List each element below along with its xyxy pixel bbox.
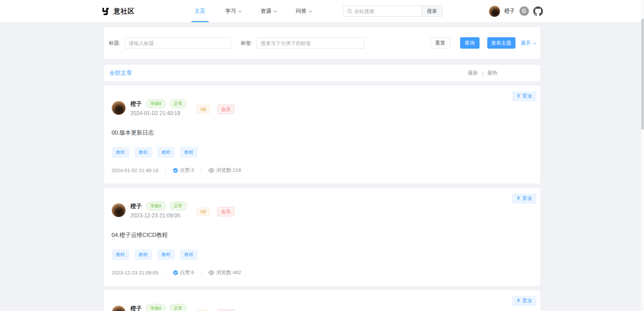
nav-item-resources[interactable]: 资源	[256, 0, 281, 22]
query-button[interactable]: 查询	[460, 37, 480, 49]
likes-count: 点赞:6	[180, 269, 194, 276]
pin-button[interactable]: 置顶	[512, 91, 536, 101]
arrow-up-to-top-icon	[516, 299, 521, 303]
search-button[interactable]: 搜索	[422, 6, 442, 16]
search-input[interactable]	[354, 6, 422, 16]
vip-badge: V8	[197, 105, 210, 114]
title-filter-input[interactable]	[125, 37, 231, 49]
vip-badge: V8	[197, 310, 210, 311]
post-tag[interactable]: 教程	[180, 147, 198, 158]
author-name[interactable]: 橙子	[131, 305, 142, 311]
post-author-row: 橙子 等级8 正常 2024-01-02 21:40:19 V8 会员	[112, 99, 533, 116]
pin-label: 置顶	[523, 93, 532, 99]
vip-badge: V8	[197, 207, 210, 216]
brand[interactable]: 意社区	[101, 7, 135, 16]
vip-badges: V8 会员	[197, 207, 234, 216]
author-avatar[interactable]	[112, 203, 126, 217]
post-author-row: 橙子 等级8 正常 2023-12-23 21:09:05 V8 会员	[112, 202, 533, 219]
scrollbar[interactable]	[641, 0, 644, 311]
member-badge: 会员	[217, 309, 234, 311]
filter-tag-group: 标签:	[241, 37, 364, 49]
github-icon[interactable]	[533, 6, 543, 16]
post-tag[interactable]: 教程	[135, 147, 152, 158]
post-footer-date: 2024-01-02 21:40:19	[112, 167, 158, 173]
user-name[interactable]: 橙子	[504, 8, 515, 15]
gitee-icon[interactable]: G	[519, 6, 529, 16]
sort-group: 最新 | 最热	[468, 70, 498, 76]
pin-button[interactable]: 置顶	[512, 194, 536, 204]
vip-badges: V8 会员	[197, 309, 234, 311]
level-badge: 等级8	[146, 99, 165, 108]
eye-icon	[208, 168, 214, 173]
main-content: 标题: 标签: 重置 查询 发布主题 展开 全部文章 最新 | 最热	[104, 27, 540, 311]
post-card: 置顶 橙子 等级8 正常 2023-12-23 21:09:05 V8 会员 0…	[104, 188, 540, 286]
post-tag[interactable]: 教程	[157, 147, 175, 158]
post-tags: 教程 教程 教程 教程	[112, 147, 533, 158]
sort-newest[interactable]: 最新	[468, 70, 478, 76]
nav-item-home[interactable]: 主页	[190, 0, 210, 22]
status-badge: 正常	[170, 304, 187, 311]
chevron-down-icon	[238, 9, 241, 12]
author-info: 橙子 等级8 正常 2023-12-16 15:22:38	[131, 304, 187, 311]
author-info: 橙子 等级8 正常 2024-01-02 21:40:19	[131, 99, 187, 116]
check-circle-icon	[173, 270, 178, 275]
list-header: 全部文章 最新 | 最热	[104, 65, 540, 81]
nav-item-learn[interactable]: 学习	[221, 0, 245, 22]
all-articles-link[interactable]: 全部文章	[109, 69, 132, 77]
expand-toggle[interactable]: 展开	[521, 40, 535, 46]
post-tag[interactable]: 教程	[180, 249, 198, 260]
user-area: 橙子 G	[489, 6, 543, 17]
sort-divider: |	[482, 70, 484, 76]
nav-item-qa[interactable]: 问答	[291, 0, 316, 22]
author-avatar[interactable]	[112, 101, 126, 115]
pin-label: 置顶	[523, 298, 532, 304]
post-tag[interactable]: 教程	[112, 249, 129, 260]
expand-label: 展开	[521, 40, 531, 46]
likes-count: 点赞:3	[180, 167, 194, 173]
chevron-down-icon	[308, 9, 312, 12]
post-tag[interactable]: 教程	[157, 249, 175, 260]
status-badge: 正常	[170, 99, 187, 108]
site-title: 意社区	[114, 7, 135, 16]
post-tag[interactable]: 教程	[112, 147, 129, 158]
check-circle-icon	[173, 168, 178, 173]
main-nav: 主页 学习 资源 问答	[185, 0, 321, 22]
post-title[interactable]: 00.版本更新日志	[112, 129, 533, 137]
nav-item-label: 问答	[296, 8, 307, 15]
level-badge: 等级8	[146, 304, 165, 311]
site-logo-icon	[101, 7, 110, 16]
post-card: 置顶 橙子 等级8 正常 2023-12-16 15:22:38 V8 会员	[104, 290, 540, 311]
app-header: 意社区 主页 学习 资源 问答 搜索	[0, 0, 644, 22]
divider	[165, 168, 166, 173]
author-name[interactable]: 橙子	[131, 100, 142, 108]
nav-item-label: 学习	[226, 8, 236, 15]
post-tag[interactable]: 教程	[135, 249, 152, 260]
global-search: 搜索	[343, 5, 443, 17]
title-filter-label: 标题:	[109, 40, 120, 46]
vip-badges: V8 会员	[197, 105, 234, 114]
tag-filter-input[interactable]	[256, 37, 364, 49]
status-badge: 正常	[170, 202, 187, 210]
post-footer-date: 2023-12-23 21:09:05	[112, 270, 158, 275]
filter-bar: 标题: 标签: 重置 查询 发布主题 展开	[104, 27, 540, 59]
user-avatar[interactable]	[489, 6, 500, 17]
likes-stat: 点赞:6	[173, 269, 194, 276]
post-author-row: 橙子 等级8 正常 2023-12-16 15:22:38 V8 会员	[112, 304, 533, 311]
views-count: 浏览数:482	[216, 269, 241, 276]
arrow-up-to-top-icon	[516, 196, 521, 201]
author-name[interactable]: 橙子	[131, 202, 142, 210]
post-title[interactable]: 04.橙子运维CICD教程	[112, 231, 533, 239]
views-count: 浏览数:216	[216, 167, 241, 173]
scrollbar-thumb[interactable]	[641, 19, 644, 129]
reset-button[interactable]: 重置	[430, 37, 450, 49]
sort-hottest[interactable]: 最热	[488, 70, 498, 76]
pin-button[interactable]: 置顶	[512, 296, 536, 306]
author-avatar[interactable]	[112, 306, 126, 311]
divider	[201, 270, 201, 275]
views-stat: 浏览数:216	[208, 167, 241, 173]
publish-topic-button[interactable]: 发布主题	[487, 37, 515, 49]
member-badge: 会员	[217, 105, 234, 114]
member-badge: 会员	[217, 207, 234, 216]
chevron-down-icon	[273, 9, 277, 12]
post-datetime: 2024-01-02 21:40:19	[131, 110, 187, 116]
